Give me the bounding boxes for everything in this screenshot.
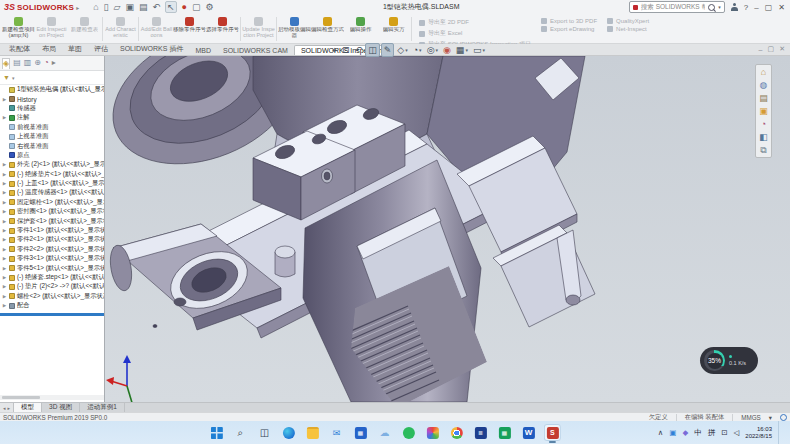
expand-arrow-icon[interactable]: ▶ — [2, 266, 7, 271]
design-library-icon[interactable]: ▤ — [759, 93, 768, 103]
tab-草图[interactable]: 草图 — [62, 43, 88, 55]
ribbon-button[interactable]: 选择零件序号 — [206, 15, 239, 43]
undo-icon[interactable]: ↶ — [152, 2, 160, 12]
scrollbar-thumb[interactable] — [2, 396, 40, 399]
ime-mode[interactable]: 拼 — [708, 428, 716, 438]
tree-item[interactable]: ▶零件3<1> (默认<<默认>_显示状态 — [0, 254, 104, 263]
close-button[interactable]: ✕ — [778, 3, 785, 12]
tree-item[interactable]: 原点 — [0, 151, 104, 160]
volume-icon[interactable]: ◁ — [734, 428, 740, 437]
ribbon-button[interactable]: 启动模板编辑器 — [278, 15, 311, 43]
tree-root[interactable]: 1型铠装热电偶 (默认<默认_显示状态-1> — [0, 85, 104, 94]
doc-minimize-button[interactable]: – — [759, 46, 763, 53]
comment-icon[interactable] — [780, 414, 787, 421]
chrome-icon[interactable] — [448, 424, 465, 441]
restore-button[interactable]: ▢ — [765, 3, 773, 12]
tree-item[interactable]: ▶配合 — [0, 301, 104, 310]
edge-icon[interactable] — [280, 424, 297, 441]
zoom-area-icon[interactable]: ⊡ — [340, 44, 352, 56]
display-style-icon[interactable]: ◔▾ — [411, 44, 424, 56]
tree-item[interactable]: ▶零件1<1> (默认<<默认>_显示状态 — [0, 226, 104, 235]
displaymanager-tab-icon[interactable]: ◔ — [44, 58, 49, 68]
tree-item[interactable]: ▶History — [0, 94, 104, 103]
tree-item[interactable]: ▶固定螺栓<1> (默认<<默认>_显示 — [0, 198, 104, 207]
explorer-icon[interactable] — [304, 424, 321, 441]
doc-tab-nav-arrow[interactable]: ◂ — [3, 405, 6, 411]
tree-item[interactable]: ▶(-) 温度传感器<1> (默认<<默认>_ — [0, 188, 104, 197]
doc-tab-nav[interactable]: ◂▸ — [0, 403, 14, 412]
tree-item[interactable]: 上视基准面 — [0, 132, 104, 141]
expand-arrow-icon[interactable]: ▶ — [2, 209, 7, 214]
onedrive-icon[interactable]: ☁ — [376, 424, 393, 441]
select-icon[interactable]: ↖ — [165, 1, 177, 13]
expand-arrow-icon[interactable]: ▶ — [2, 97, 7, 102]
search-input[interactable]: 搜索 SOLIDWORKS 帮助 ▾ — [629, 1, 725, 13]
open-file-icon[interactable]: ▱ — [114, 2, 121, 12]
ime-language[interactable]: 中 — [694, 428, 702, 438]
tab-SOLIDWORKS CAM[interactable]: SOLIDWORKS CAM — [217, 46, 294, 55]
tab-SOLIDWORKS 插件[interactable]: SOLIDWORKS 插件 — [114, 43, 189, 55]
solidworks-app-icon[interactable]: S — [544, 424, 561, 441]
doc-tab-2[interactable]: 3D 视图 — [42, 403, 80, 412]
expand-arrow-icon[interactable]: ▶ — [2, 219, 7, 224]
app-teal-icon[interactable]: ▦ — [496, 424, 513, 441]
expand-arrow-icon[interactable]: ▶ — [2, 284, 7, 289]
graphics-area[interactable]: ⌂◍▤▣◔◧⧉ 35% 0.1 K/s — [105, 56, 790, 402]
new-file-icon[interactable]: ▯ — [104, 2, 109, 12]
expand-arrow-icon[interactable]: ▶ — [2, 237, 7, 242]
ribbon-button[interactable]: 编辑操作 — [344, 15, 377, 43]
expand-arrow-icon[interactable]: ▶ — [2, 228, 7, 233]
view-settings-icon[interactable]: ▭▾ — [471, 44, 487, 56]
tree-item[interactable]: ▶密封圈<1> (默认<<默认>_显示状 — [0, 207, 104, 216]
tab-MBD[interactable]: MBD — [189, 46, 217, 55]
expand-arrow-icon[interactable]: ▶ — [2, 115, 7, 120]
caret-down-icon[interactable]: ▾ — [465, 45, 468, 55]
expand-arrow-icon[interactable]: ▶ — [2, 294, 7, 299]
tree-item[interactable]: ▶(-) 垫片 (2)<2> ->? (默认<<默认 — [0, 282, 104, 291]
task-view-button[interactable]: ◫ — [256, 424, 273, 441]
doc-restore-button[interactable]: ▢ — [768, 45, 775, 53]
print-icon[interactable]: ▤ — [139, 2, 148, 12]
view-orientation-icon[interactable]: ◇▾ — [395, 44, 409, 56]
tree-item[interactable]: 前视基准面 — [0, 123, 104, 132]
tree-item[interactable]: ▶零件2<1> (默认<<默认>_显示状态 — [0, 235, 104, 244]
display-icon[interactable]: ⊡ — [721, 428, 727, 437]
caret-down-icon[interactable]: ▾ — [419, 45, 422, 55]
search-caret-icon[interactable]: ▾ — [718, 4, 721, 10]
ribbon-button[interactable]: 编辑检查方式 — [311, 15, 344, 43]
app-green-icon[interactable] — [400, 424, 417, 441]
filter-funnel-icon[interactable]: ▼ — [3, 74, 10, 81]
app-navy-icon[interactable]: ≣ — [472, 424, 489, 441]
menu-flyout-icon[interactable]: ▸ — [76, 4, 79, 11]
home-icon[interactable]: ⌂ — [761, 67, 766, 77]
tree-item[interactable]: ▶外壳 (2)<1> (默认<<默认>_显示状 — [0, 160, 104, 169]
annotation-view-icon[interactable]: ✎ — [381, 43, 395, 57]
apply-scene-icon[interactable]: ▦▾ — [454, 44, 470, 56]
search-icon[interactable] — [708, 4, 715, 11]
doc-tab-1[interactable]: 模型 — [14, 403, 42, 412]
tree-item[interactable]: 右视基准面 — [0, 141, 104, 150]
zoom-fit-icon[interactable]: ⌖ — [330, 44, 339, 56]
minimize-button[interactable]: – — [754, 3, 758, 12]
expand-arrow-icon[interactable]: ▶ — [2, 181, 7, 186]
edit-appearance-icon[interactable]: ◉ — [441, 44, 453, 56]
help-button[interactable]: ? — [744, 3, 748, 12]
store-icon[interactable]: ▦ — [352, 424, 369, 441]
caret-down-icon[interactable]: ▾ — [482, 45, 485, 55]
expand-arrow-icon[interactable]: ▶ — [2, 162, 7, 167]
tree-item[interactable]: ▶注解 — [0, 113, 104, 122]
taskbar-clock[interactable]: 16:032022/8/15 — [745, 426, 772, 440]
view-palette-icon[interactable]: ◔ — [761, 119, 766, 129]
tree-item[interactable]: ▶(-) 上盖<1> (默认<<默认>_显示状 — [0, 179, 104, 188]
caret-down-icon[interactable]: ▾ — [435, 45, 438, 55]
doc-tab-nav-arrow[interactable]: ▸ — [8, 405, 11, 411]
tray-chevron-icon[interactable]: ∧ — [658, 428, 664, 437]
start-button[interactable] — [208, 424, 225, 441]
tab-布局[interactable]: 布局 — [36, 43, 62, 55]
file-explorer-icon[interactable]: ▣ — [759, 106, 768, 116]
resources-icon[interactable]: ◍ — [760, 80, 768, 90]
tree-item[interactable]: ▶零件5<1> (默认<<默认>_显示状态 — [0, 263, 104, 272]
tree-item[interactable]: ▶(-) 绝缘垫片<1> (默认<<默认>_显 — [0, 170, 104, 179]
photos-icon[interactable] — [424, 424, 441, 441]
defender-icon[interactable]: ◆ — [682, 428, 688, 437]
